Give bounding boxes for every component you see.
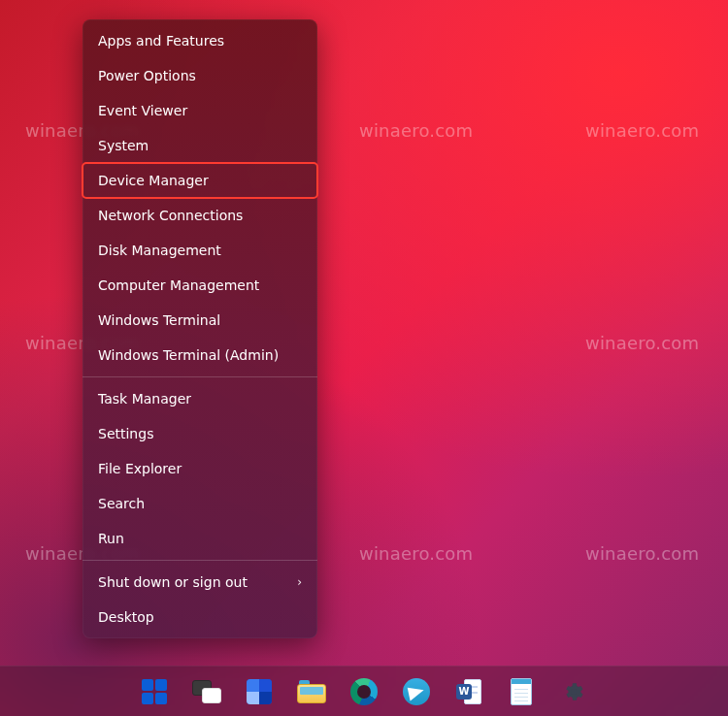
task-view-icon [192, 680, 221, 703]
chevron-right-icon: › [297, 575, 302, 589]
menu-item-label: Run [98, 531, 124, 546]
menu-item-search[interactable]: Search [83, 486, 317, 521]
menu-item-event-viewer[interactable]: Event Viewer [83, 93, 317, 128]
menu-separator [83, 376, 317, 377]
notepad-button[interactable] [501, 671, 542, 712]
menu-item-computer-management[interactable]: Computer Management [83, 268, 317, 303]
menu-item-task-manager[interactable]: Task Manager [83, 381, 317, 416]
edge-icon [350, 678, 378, 705]
watermark-text: winaero.com [585, 543, 699, 564]
menu-item-label: File Explorer [98, 461, 182, 476]
menu-item-label: Search [98, 496, 145, 511]
menu-item-file-explorer[interactable]: File Explorer [83, 451, 317, 486]
widgets-icon [247, 679, 272, 704]
telegram-icon [403, 678, 430, 705]
winx-context-menu: Apps and FeaturesPower OptionsEvent View… [83, 19, 317, 638]
notepad-icon [511, 678, 532, 705]
menu-item-label: Power Options [98, 68, 196, 83]
file-explorer-button[interactable] [291, 671, 332, 712]
menu-item-label: Windows Terminal (Admin) [98, 347, 279, 363]
menu-item-label: Task Manager [98, 391, 191, 407]
watermark-text: winaero.com [585, 333, 699, 353]
menu-item-shutdown-submenu[interactable]: Shut down or sign out› [83, 565, 317, 600]
menu-item-windows-terminal[interactable]: Windows Terminal [83, 303, 317, 338]
task-view-button[interactable] [186, 671, 227, 712]
start-button[interactable] [134, 671, 175, 712]
menu-item-label: Disk Management [98, 243, 221, 258]
windows-start-icon [142, 679, 167, 704]
widgets-button[interactable] [239, 671, 280, 712]
menu-item-label: Settings [98, 426, 153, 441]
watermark-text: winaero.com [585, 120, 699, 141]
settings-button[interactable] [553, 671, 594, 712]
menu-item-run[interactable]: Run [83, 521, 317, 556]
menu-item-label: System [98, 138, 149, 153]
settings-gear-icon [560, 678, 587, 705]
menu-item-system[interactable]: System [83, 128, 317, 163]
taskbar: W [0, 666, 728, 716]
word-icon: W [456, 679, 481, 704]
menu-item-label: Windows Terminal [98, 312, 220, 328]
watermark-text: winaero.com [359, 120, 473, 141]
menu-item-label: Apps and Features [98, 33, 224, 49]
menu-separator [83, 560, 317, 561]
desktop-wallpaper: winaero.comwinaero.comwinaero.comwinaero… [0, 0, 728, 716]
file-explorer-icon [297, 680, 326, 703]
menu-item-settings[interactable]: Settings [83, 416, 317, 451]
menu-item-desktop[interactable]: Desktop [83, 600, 317, 635]
menu-item-power-options[interactable]: Power Options [83, 58, 317, 93]
menu-item-label: Device Manager [98, 173, 209, 188]
word-button[interactable]: W [448, 671, 489, 712]
menu-item-apps-and-features[interactable]: Apps and Features [83, 23, 317, 58]
watermark-text: winaero.com [359, 543, 473, 564]
menu-item-disk-management[interactable]: Disk Management [83, 233, 317, 268]
edge-button[interactable] [344, 671, 384, 712]
menu-item-network-connections[interactable]: Network Connections [83, 198, 317, 233]
telegram-button[interactable] [396, 671, 437, 712]
menu-item-label: Network Connections [98, 208, 243, 223]
menu-item-label: Desktop [98, 609, 154, 625]
menu-item-windows-terminal-admin[interactable]: Windows Terminal (Admin) [83, 338, 317, 373]
menu-item-label: Event Viewer [98, 103, 187, 118]
menu-item-label: Computer Management [98, 277, 259, 293]
svg-point-0 [571, 689, 577, 695]
menu-item-device-manager[interactable]: Device Manager [83, 163, 317, 198]
menu-item-label: Shut down or sign out [98, 574, 248, 590]
